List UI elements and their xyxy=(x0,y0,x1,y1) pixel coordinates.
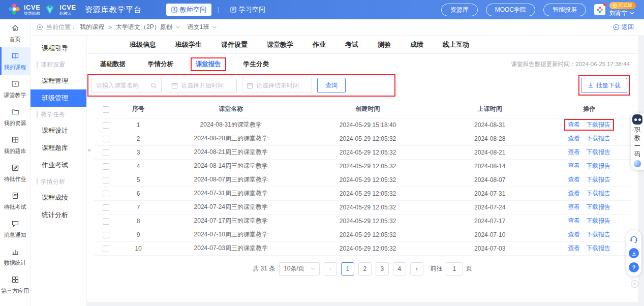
rail-item-apps[interactable]: 第三方应用 xyxy=(0,271,30,299)
rail-item-classroom[interactable]: 课堂教学 xyxy=(0,75,30,103)
rail-item-home[interactable]: 首页 xyxy=(0,19,30,47)
page-button-2[interactable]: 2 xyxy=(358,262,372,276)
row-checkbox[interactable] xyxy=(103,163,109,170)
row-checkbox[interactable] xyxy=(103,122,109,129)
end-time-picker[interactable] xyxy=(242,78,312,93)
goto-page-input[interactable] xyxy=(446,262,463,276)
download-report-link[interactable]: 下载报告 xyxy=(586,148,610,157)
download-report-link[interactable]: 下载报告 xyxy=(586,162,610,170)
sidebar-item[interactable]: 课程成绩 xyxy=(30,189,86,206)
view-link[interactable]: 查看 xyxy=(568,244,580,253)
sidebar-item[interactable]: 课程设计 xyxy=(30,122,86,139)
sidebar-item[interactable]: 课程题库 xyxy=(30,139,86,157)
download-report-link[interactable]: 下载报告 xyxy=(586,230,610,239)
end-time-input[interactable] xyxy=(256,82,308,89)
user-area[interactable]: 正式版 刘宵宁 xyxy=(594,2,636,17)
rail-item-course[interactable]: 我的课程 xyxy=(0,47,30,75)
download-report-link[interactable]: 下载报告 xyxy=(586,217,610,225)
row-checkbox[interactable] xyxy=(103,149,109,156)
row-checkbox[interactable] xyxy=(103,177,109,183)
row-checkbox[interactable] xyxy=(103,246,109,252)
breadcrumb-course-select[interactable]: 大学语文（2P）原创 xyxy=(116,23,172,32)
view-link[interactable]: 查看 xyxy=(568,217,580,225)
subtab-2[interactable]: 课堂报告 xyxy=(191,57,226,71)
row-checkbox[interactable] xyxy=(103,204,109,211)
subtab-1[interactable]: 学情分析 xyxy=(143,57,178,71)
tab-5[interactable]: 考试 xyxy=(345,40,358,49)
subtab-3[interactable]: 学生分类 xyxy=(238,57,274,71)
tab-6[interactable]: 测验 xyxy=(378,40,391,49)
chevron-down-icon[interactable] xyxy=(175,25,180,29)
sidebar-collapse-handle[interactable]: « xyxy=(87,146,91,154)
nav-teacher-space[interactable]: 教师空间 xyxy=(166,4,211,16)
row-checkbox[interactable] xyxy=(103,136,109,142)
download-report-link[interactable]: 下载报告 xyxy=(586,244,610,253)
view-link[interactable]: 查看 xyxy=(568,162,580,170)
tab-0[interactable]: 班级信息 xyxy=(130,40,156,49)
tab-8[interactable]: 线上互动 xyxy=(443,40,469,49)
view-link[interactable]: 查看 xyxy=(568,189,580,198)
username[interactable]: 刘宵宁 xyxy=(609,10,634,17)
rail-item-message[interactable]: 消息通知 xyxy=(0,215,30,243)
smart-cast-button[interactable]: 智能投屏 xyxy=(543,4,586,16)
close-float-button[interactable]: × xyxy=(631,280,638,288)
download-report-link[interactable]: 下载报告 xyxy=(586,134,610,143)
chevron-down-icon[interactable] xyxy=(212,25,217,29)
sidebar-item[interactable]: 统计分析 xyxy=(30,206,86,224)
rail-item-exam[interactable]: 待批考试 xyxy=(0,187,30,215)
rail-item-homework[interactable]: 待批作业 xyxy=(0,159,30,187)
rail-item-stats[interactable]: 数据统计 xyxy=(0,243,30,271)
breadcrumb-prefix: 当前位置： xyxy=(46,23,77,32)
start-time-picker[interactable] xyxy=(167,78,237,93)
row-checkbox[interactable] xyxy=(103,218,109,225)
view-link[interactable]: 查看 xyxy=(568,148,580,157)
page-button-3[interactable]: 3 xyxy=(376,262,389,276)
tab-1[interactable]: 班级学生 xyxy=(175,40,202,49)
batch-download-button[interactable]: 批量下载 xyxy=(581,78,627,93)
tab-7[interactable]: 成绩 xyxy=(410,40,423,49)
sidebar-item[interactable]: 课程引导 xyxy=(30,40,86,57)
avatar[interactable] xyxy=(594,4,605,15)
view-link[interactable]: 查看 xyxy=(568,230,580,239)
download-report-link[interactable]: 下载报告 xyxy=(586,203,610,211)
query-button[interactable]: 查询 xyxy=(317,78,346,93)
mooc-college-button[interactable]: MOOC学院 xyxy=(486,4,535,16)
sidebar-item[interactable]: 作业考试 xyxy=(30,157,86,174)
resource-library-button[interactable]: 资源库 xyxy=(441,4,478,16)
rail-item-resource[interactable]: 我的资源 xyxy=(0,103,30,131)
prev-page-button[interactable]: ‹ xyxy=(324,262,337,276)
page-size-select[interactable]: 10条/页 xyxy=(279,262,320,276)
row-checkbox[interactable] xyxy=(103,191,109,197)
nav-student-space[interactable]: 学习空间 xyxy=(225,4,270,16)
back-button[interactable]: 返回 xyxy=(613,23,634,32)
breadcrumb-my-courses[interactable]: 我的课程 xyxy=(80,23,104,32)
view-link[interactable]: 查看 xyxy=(568,134,580,143)
subtab-0[interactable]: 基础数据 xyxy=(95,57,131,71)
tab-4[interactable]: 作业 xyxy=(313,40,326,49)
download-report-link[interactable]: 下载报告 xyxy=(586,120,610,129)
sidebar-item[interactable]: 班级管理 xyxy=(30,89,86,107)
view-link[interactable]: 查看 xyxy=(568,120,580,129)
page-button-4[interactable]: 4 xyxy=(393,262,406,276)
row-checkbox[interactable] xyxy=(103,232,109,238)
vocational-code-side-tab[interactable]: 职教一码 xyxy=(631,113,644,170)
class-name-search[interactable] xyxy=(91,78,162,93)
view-link[interactable]: 查看 xyxy=(568,175,580,184)
download-center-button[interactable] xyxy=(629,248,639,258)
download-report-link[interactable]: 下载报告 xyxy=(586,189,610,198)
sidebar-item[interactable]: 课程管理 xyxy=(30,72,86,89)
next-page-button[interactable]: › xyxy=(410,262,423,276)
view-link[interactable]: 查看 xyxy=(568,203,580,211)
start-time-input[interactable] xyxy=(181,82,232,89)
rail-item-bank[interactable]: 我的题库 xyxy=(0,131,30,159)
tab-3[interactable]: 课堂教学 xyxy=(267,40,293,49)
page-button-1[interactable]: 1 xyxy=(341,262,354,276)
search-input[interactable] xyxy=(96,82,147,89)
row-actions: 查看下载报告 xyxy=(568,162,610,170)
customer-service-button[interactable] xyxy=(629,234,639,244)
download-report-link[interactable]: 下载报告 xyxy=(586,175,610,184)
select-all-checkbox[interactable] xyxy=(103,106,109,113)
breadcrumb-class-select[interactable]: 语文1班 xyxy=(188,23,209,32)
help-button[interactable]: ? xyxy=(629,262,639,272)
tab-2[interactable]: 课件设置 xyxy=(221,40,248,49)
